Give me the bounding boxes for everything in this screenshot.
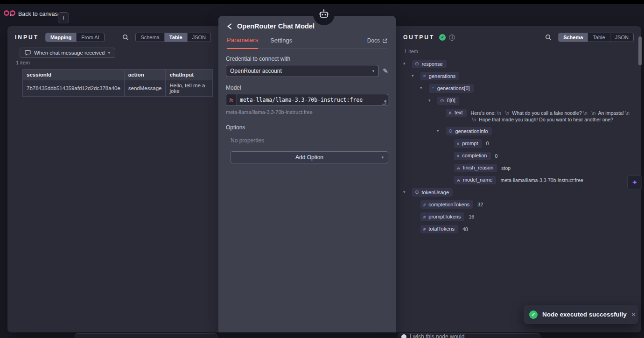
no-properties-text: No properties bbox=[231, 137, 388, 144]
tab-settings[interactable]: Settings bbox=[270, 37, 292, 49]
schema-key-pill[interactable]: #completion bbox=[454, 152, 491, 160]
schema-row-completionTokens[interactable]: #completionTokens32 bbox=[396, 198, 641, 211]
object-type-icon: ⊙ bbox=[448, 129, 452, 134]
schema-value: meta-llama/llama-3.3-70b-instruct:free bbox=[500, 177, 632, 184]
scrollbar-thumb[interactable] bbox=[638, 36, 642, 65]
schema-key-pill[interactable]: #prompt bbox=[454, 139, 482, 148]
schema-row-prompt[interactable]: #prompt0 bbox=[396, 137, 641, 149]
collapse-chevron-icon[interactable]: ▾ bbox=[437, 128, 441, 133]
schema-key-pill[interactable]: ⊙generationInfo bbox=[446, 127, 492, 135]
chat-bubble-icon bbox=[25, 50, 31, 56]
object-type-icon: ⊙ bbox=[440, 99, 444, 103]
toggle-schema[interactable]: Schema bbox=[559, 33, 588, 42]
schema-row-0[0][interactable]: ▾⊙0[0] bbox=[396, 95, 641, 107]
toggle-json[interactable]: JSON bbox=[187, 33, 210, 42]
input-view-toggle: SchemaTableJSON bbox=[135, 33, 211, 42]
tab-parameters[interactable]: Parameters bbox=[227, 36, 258, 49]
docs-link[interactable]: Docs bbox=[367, 37, 387, 49]
input-item-count: 1 item bbox=[16, 60, 218, 65]
toggle-schema[interactable]: Schema bbox=[136, 33, 164, 42]
schema-row-completion[interactable]: #completion0 bbox=[396, 150, 641, 162]
number-type-icon: # bbox=[423, 215, 426, 219]
schema-row-text[interactable]: AtextHere's one:\n \n What do you call a… bbox=[396, 107, 641, 125]
ai-assistant-button[interactable]: ✦ bbox=[627, 175, 642, 190]
collapse-chevron-icon[interactable]: ▾ bbox=[428, 98, 433, 103]
schema-row-tokenUsage[interactable]: ▾⊙tokenUsage bbox=[396, 186, 641, 198]
ndv-screen: ← Back to canvas + INPUT MappingFrom AI bbox=[0, 0, 644, 338]
schema-key: totalTokens bbox=[428, 226, 455, 232]
collapse-chevron-icon[interactable]: ▾ bbox=[412, 73, 416, 78]
schema-key-pill[interactable]: ⊙response bbox=[412, 60, 447, 68]
openrouter-icon bbox=[226, 23, 233, 30]
schema-key: response bbox=[421, 61, 442, 67]
back-arrow-icon: ← bbox=[8, 10, 15, 18]
schema-key-pill[interactable]: ⊙tokenUsage bbox=[412, 188, 453, 197]
add-option-label: Add Option bbox=[295, 154, 323, 161]
output-panel-header: OUTPUT ✓ i SchemaTableJSON bbox=[396, 26, 641, 47]
assistant-hint-row[interactable]: I wish this node would bbox=[401, 333, 464, 338]
schema-key-pill[interactable]: ≡generations[0] bbox=[429, 84, 474, 92]
string-type-icon: A bbox=[448, 111, 452, 115]
input-table[interactable]: sessionIdactionchatInput 7b78435ddb51435… bbox=[22, 69, 213, 97]
schema-key-pill[interactable]: ≡generations bbox=[420, 72, 459, 80]
docs-label: Docs bbox=[367, 37, 380, 44]
schema-value: 48 bbox=[462, 226, 632, 233]
toast-close-icon[interactable]: ✕ bbox=[631, 311, 636, 318]
object-type-icon: ⊙ bbox=[415, 62, 419, 66]
schema-row-model_name[interactable]: Amodel_namemeta-llama/llama-3.3-70b-inst… bbox=[396, 174, 641, 186]
expand-expression-icon[interactable] bbox=[382, 100, 386, 105]
add-option-button[interactable]: Add Option ▾ bbox=[231, 151, 388, 163]
back-to-canvas-button[interactable]: ← Back to canvas bbox=[8, 10, 58, 18]
node-type-badge bbox=[313, 4, 335, 25]
output-panel-title: OUTPUT bbox=[403, 34, 434, 41]
sparkle-icon: ✦ bbox=[632, 178, 638, 187]
schema-key-pill[interactable]: Atext bbox=[446, 109, 467, 117]
browser-top-strip bbox=[0, 0, 644, 4]
model-value[interactable]: meta-llama/llama-3.3-70b-instruct:free bbox=[237, 94, 382, 106]
toggle-json[interactable]: JSON bbox=[610, 33, 633, 42]
schema-row-generations[0][interactable]: ▾≡generations[0] bbox=[396, 82, 641, 94]
schema-row-promptTokens[interactable]: #promptTokens16 bbox=[396, 211, 641, 223]
expression-fx-icon[interactable]: fx bbox=[226, 94, 237, 106]
collapse-chevron-icon[interactable]: ▾ bbox=[403, 190, 408, 194]
schema-key: generations bbox=[429, 73, 456, 79]
object-type-icon: ⊙ bbox=[415, 190, 419, 195]
robot-icon bbox=[318, 9, 329, 20]
output-search-button[interactable] bbox=[545, 34, 552, 41]
schema-key: model_name bbox=[463, 177, 493, 183]
schema-value: 16 bbox=[469, 213, 632, 220]
edit-credential-icon[interactable]: ✎ bbox=[383, 67, 388, 75]
schema-key-pill[interactable]: #totalTokens bbox=[420, 225, 458, 233]
column-header-sessionId: sessionId bbox=[23, 70, 125, 80]
toggle-table[interactable]: Table bbox=[588, 33, 609, 42]
credential-select[interactable]: OpenRouter account ▾ bbox=[226, 65, 378, 77]
external-link-icon bbox=[382, 38, 387, 43]
collapse-chevron-icon[interactable]: ▾ bbox=[403, 61, 408, 66]
schema-row-generations[interactable]: ▾≡generations bbox=[396, 70, 641, 82]
collapse-chevron-icon[interactable]: ▾ bbox=[420, 85, 425, 90]
input-search-button[interactable] bbox=[122, 34, 129, 41]
input-mode-toggle: MappingFrom AI bbox=[45, 33, 105, 42]
node-title: OpenRouter Chat Model bbox=[237, 22, 315, 30]
info-icon[interactable]: i bbox=[449, 35, 455, 41]
node-header: OpenRouter Chat Model Parameters Setting… bbox=[218, 16, 396, 49]
schema-key-pill[interactable]: ⊙0[0] bbox=[437, 97, 459, 105]
schema-key-pill[interactable]: Afinish_reason bbox=[454, 164, 497, 172]
success-toast: ✓ Node executed successfully ✕ bbox=[524, 305, 638, 324]
credential-label: Credential to connect with bbox=[226, 56, 388, 62]
schema-row-totalTokens[interactable]: #totalTokens48 bbox=[396, 223, 641, 235]
schema-key-pill[interactable]: #promptTokens bbox=[420, 212, 464, 221]
schema-key-pill[interactable]: Amodel_name bbox=[454, 176, 496, 184]
schema-row-generationInfo[interactable]: ▾⊙generationInfo bbox=[396, 125, 641, 137]
toggle-from-ai[interactable]: From AI bbox=[76, 33, 104, 42]
input-source-dropdown[interactable]: When chat message received ▾ bbox=[20, 48, 115, 58]
schema-row-response[interactable]: ▾⊙response bbox=[396, 58, 641, 70]
table-row[interactable]: 7b78435ddb514359afd12d2dc378a40esendMess… bbox=[23, 80, 213, 97]
schema-key-pill[interactable]: #completionTokens bbox=[420, 200, 473, 209]
add-node-button[interactable]: + bbox=[58, 12, 69, 23]
toggle-table[interactable]: Table bbox=[164, 33, 187, 42]
toggle-mapping[interactable]: Mapping bbox=[46, 33, 76, 42]
schema-row-finish_reason[interactable]: Afinish_reasonstop bbox=[396, 162, 641, 174]
input-panel-header: INPUT MappingFrom AI SchemaTableJSON bbox=[7, 26, 218, 47]
model-expression-input[interactable]: fx meta-llama/llama-3.3-70b-instruct:fre… bbox=[226, 94, 388, 106]
